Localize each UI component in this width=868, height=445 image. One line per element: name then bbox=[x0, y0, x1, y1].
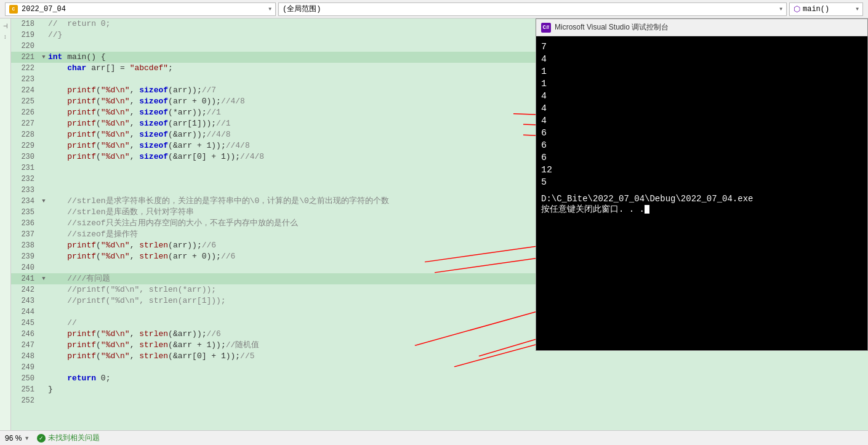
console-window: C# Microsoft Visual Studio 调试控制台 7 4 1 1… bbox=[536, 18, 868, 351]
cursor bbox=[645, 205, 649, 214]
console-title-icon: C# bbox=[541, 23, 551, 33]
console-out-4a: 4 bbox=[541, 54, 862, 66]
console-out-6c: 6 bbox=[541, 152, 862, 164]
status-bar: 96 % ▼ ✓ 未找到相关问题 bbox=[0, 430, 868, 445]
console-title-text: Microsoft Visual Studio 调试控制台 bbox=[555, 22, 669, 33]
zoom-value: 96 % bbox=[5, 434, 22, 443]
status-text: 未找到相关问题 bbox=[48, 433, 100, 443]
func-icon: ⬡ bbox=[794, 4, 800, 14]
file-icon: C bbox=[9, 5, 18, 14]
console-out-4d: 4 bbox=[541, 115, 862, 127]
file-name: 2022_07_04 bbox=[22, 5, 66, 14]
main-area: ⊣ ↕ 218 // return 0; 219 //} 220 221 ▼ i… bbox=[0, 18, 868, 430]
code-line-252: 252 bbox=[11, 395, 868, 406]
console-out-12: 12 bbox=[541, 164, 862, 177]
zoom-dropdown[interactable]: ▼ bbox=[24, 435, 30, 441]
check-icon: ✓ bbox=[37, 434, 46, 443]
code-line-251: 251 } bbox=[11, 384, 868, 395]
console-out-5: 5 bbox=[541, 177, 862, 189]
console-out-6b: 6 bbox=[541, 140, 862, 152]
file-dropdown-arrow[interactable]: ▼ bbox=[268, 6, 271, 12]
console-out-7: 7 bbox=[541, 41, 862, 54]
console-title-bar: C# Microsoft Visual Studio 调试控制台 bbox=[536, 19, 867, 36]
func-selector[interactable]: ⬡ main() ▼ bbox=[789, 2, 863, 16]
console-prompt: 按任意键关闭此窗口. . . bbox=[541, 204, 862, 215]
scope-label: (全局范围) bbox=[283, 4, 321, 14]
console-out-1b: 1 bbox=[541, 78, 862, 90]
console-out-1a: 1 bbox=[541, 66, 862, 78]
console-body: 7 4 1 1 4 4 4 6 6 6 12 5 D:\C_Bite\2022_… bbox=[536, 36, 867, 350]
scope-selector[interactable]: (全局范围) ▼ bbox=[278, 2, 787, 16]
zoom-control[interactable]: 96 % ▼ bbox=[5, 434, 30, 443]
func-label: main() bbox=[803, 5, 829, 14]
console-path: D:\C_Bite\2022_07_04\Debug\2022_07_04.ex… bbox=[541, 194, 862, 204]
left-sidebar: ⊣ ↕ bbox=[0, 18, 11, 430]
status-check: ✓ 未找到相关问题 bbox=[37, 433, 100, 443]
console-out-4c: 4 bbox=[541, 103, 862, 115]
top-bar: C 2022_07_04 ▼ (全局范围) ▼ ⬡ main() ▼ bbox=[0, 0, 868, 18]
func-dropdown-arrow[interactable]: ▼ bbox=[856, 6, 859, 12]
sidebar-icon-1[interactable]: ⊣ bbox=[1, 21, 10, 31]
scope-dropdown-arrow[interactable]: ▼ bbox=[779, 6, 782, 12]
sidebar-icon-2[interactable]: ↕ bbox=[1, 32, 10, 42]
console-out-4b: 4 bbox=[541, 90, 862, 103]
console-out-6a: 6 bbox=[541, 127, 862, 140]
code-line-249: 249 bbox=[11, 362, 868, 373]
file-selector[interactable]: C 2022_07_04 ▼ bbox=[5, 2, 276, 16]
code-line-248: 248 printf("%d\n", strlen(&arr[0] + 1));… bbox=[11, 351, 868, 362]
code-line-250: 250 return 0; bbox=[11, 373, 868, 384]
